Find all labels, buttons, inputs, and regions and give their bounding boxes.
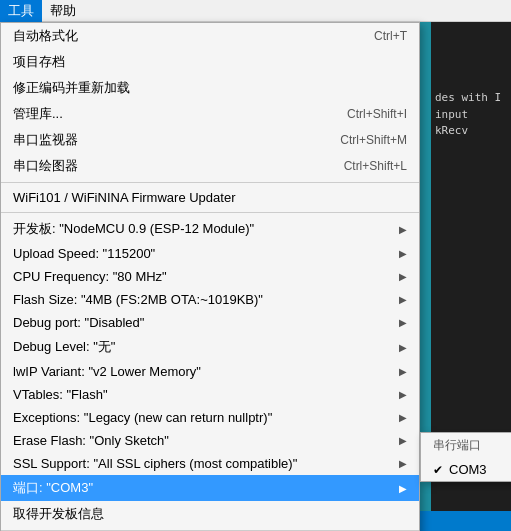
menu-item-4[interactable]: 串口监视器Ctrl+Shift+M <box>1 127 419 153</box>
menu-item-shortcut: Ctrl+Shift+I <box>347 107 407 121</box>
menubar-item-help[interactable]: 帮助 <box>42 0 84 22</box>
menu-item-17[interactable]: Exceptions: "Legacy (new can return null… <box>1 406 419 429</box>
menu-item-10[interactable]: Upload Speed: "115200"▶ <box>1 242 419 265</box>
menu-item-label: CPU Frequency: "80 MHz" <box>13 269 391 284</box>
menu-item-0[interactable]: 自动格式化Ctrl+T <box>1 23 419 49</box>
menu-item-shortcut: Ctrl+Shift+L <box>344 159 407 173</box>
menu-item-9[interactable]: 开发板: "NodeMCU 0.9 (ESP-12 Module)"▶ <box>1 216 419 242</box>
menu-item-label: 修正编码并重新加载 <box>13 79 407 97</box>
submenu-item-0[interactable]: ✔COM3 <box>421 458 511 481</box>
submenu-arrow-icon: ▶ <box>399 294 407 305</box>
menu-item-label: 开发板: "NodeMCU 0.9 (ESP-12 Module)" <box>13 220 391 238</box>
menu-item-18[interactable]: Erase Flash: "Only Sketch"▶ <box>1 429 419 452</box>
menu-item-15[interactable]: lwIP Variant: "v2 Lower Memory"▶ <box>1 360 419 383</box>
code-line-2: input kRecv <box>435 107 507 140</box>
menu-item-20[interactable]: 端口: "COM3"▶ <box>1 475 419 501</box>
submenu-title: 串行端口 <box>421 433 511 458</box>
menu-item-label: 端口: "COM3" <box>13 479 391 497</box>
menu-item-19[interactable]: SSL Support: "All SSL ciphers (most comp… <box>1 452 419 475</box>
menu-item-label: WiFi101 / WiFiNINA Firmware Updater <box>13 190 407 205</box>
menu-item-label: 管理库... <box>13 105 347 123</box>
submenu-arrow-icon: ▶ <box>399 224 407 235</box>
menu-item-label: Upload Speed: "115200" <box>13 246 391 261</box>
checkmark-icon: ✔ <box>433 463 443 477</box>
submenu-arrow-icon: ▶ <box>399 317 407 328</box>
menu-item-14[interactable]: Debug Level: "无"▶ <box>1 334 419 360</box>
submenu-arrow-icon: ▶ <box>399 483 407 494</box>
menu-item-label: 串口监视器 <box>13 131 340 149</box>
menubar-item-tools[interactable]: 工具 <box>0 0 42 22</box>
menu-item-label: 项目存档 <box>13 53 407 71</box>
menu-item-label: VTables: "Flash" <box>13 387 391 402</box>
menu-item-13[interactable]: Debug port: "Disabled"▶ <box>1 311 419 334</box>
menu-item-3[interactable]: 管理库...Ctrl+Shift+I <box>1 101 419 127</box>
code-line-1: des with I <box>435 90 507 107</box>
menu-item-2[interactable]: 修正编码并重新加载 <box>1 75 419 101</box>
port-submenu: 串行端口 ✔COM3 <box>420 432 511 482</box>
menu-item-label: SSL Support: "All SSL ciphers (most comp… <box>13 456 391 471</box>
menu-item-21[interactable]: 取得开发板信息 <box>1 501 419 527</box>
menubar: 工具 帮助 <box>0 0 511 22</box>
submenu-arrow-icon: ▶ <box>399 248 407 259</box>
submenu-item-label: COM3 <box>449 462 487 477</box>
submenu-arrow-icon: ▶ <box>399 342 407 353</box>
submenu-arrow-icon: ▶ <box>399 366 407 377</box>
menu-item-16[interactable]: VTables: "Flash"▶ <box>1 383 419 406</box>
menu-separator <box>1 212 419 213</box>
menu-item-label: Debug port: "Disabled" <box>13 315 391 330</box>
menu-item-label: Exceptions: "Legacy (new can return null… <box>13 410 391 425</box>
menu-item-label: Erase Flash: "Only Sketch" <box>13 433 391 448</box>
menu-item-1[interactable]: 项目存档 <box>1 49 419 75</box>
tools-dropdown-menu: 自动格式化Ctrl+T项目存档修正编码并重新加载管理库...Ctrl+Shift… <box>0 22 420 531</box>
menu-item-label: Debug Level: "无" <box>13 338 391 356</box>
menu-item-label: Flash Size: "4MB (FS:2MB OTA:~1019KB)" <box>13 292 391 307</box>
menu-item-label: 串口绘图器 <box>13 157 344 175</box>
menu-item-shortcut: Ctrl+T <box>374 29 407 43</box>
submenu-arrow-icon: ▶ <box>399 412 407 423</box>
submenu-arrow-icon: ▶ <box>399 458 407 469</box>
menu-item-12[interactable]: Flash Size: "4MB (FS:2MB OTA:~1019KB)"▶ <box>1 288 419 311</box>
menu-item-shortcut: Ctrl+Shift+M <box>340 133 407 147</box>
menu-item-7[interactable]: WiFi101 / WiFiNINA Firmware Updater <box>1 186 419 209</box>
menu-item-label: lwIP Variant: "v2 Lower Memory" <box>13 364 391 379</box>
menu-item-label: 取得开发板信息 <box>13 505 407 523</box>
menu-item-label: 自动格式化 <box>13 27 374 45</box>
menu-item-5[interactable]: 串口绘图器Ctrl+Shift+L <box>1 153 419 179</box>
submenu-arrow-icon: ▶ <box>399 435 407 446</box>
menu-item-11[interactable]: CPU Frequency: "80 MHz"▶ <box>1 265 419 288</box>
menu-separator <box>1 182 419 183</box>
submenu-arrow-icon: ▶ <box>399 389 407 400</box>
submenu-arrow-icon: ▶ <box>399 271 407 282</box>
